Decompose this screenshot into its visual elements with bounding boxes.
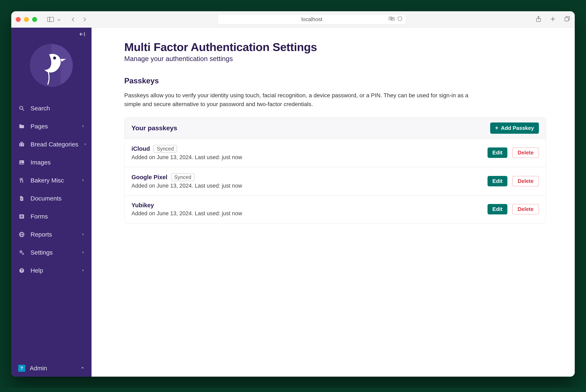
main-content: Multi Factor Authentication Settings Man…	[91, 28, 575, 377]
passkey-row: iCloudSyncedAdded on June 13, 2024. Last…	[124, 139, 546, 167]
list-icon	[18, 213, 25, 220]
user-name: Admin	[30, 365, 76, 372]
gears-icon	[18, 249, 25, 256]
tab-overview-button[interactable]	[564, 16, 570, 23]
nav-forward-button[interactable]	[80, 17, 88, 22]
passkey-row: Google PixelSyncedAdded on June 13, 2024…	[124, 167, 546, 196]
passkey-info: iCloudSyncedAdded on June 13, 2024. Last…	[131, 145, 488, 160]
chevron-up-icon	[80, 366, 84, 371]
add-passkey-label: Add Passkey	[501, 125, 534, 131]
sidebar: SearchPagesBread CategoriesImagesBakery …	[11, 28, 91, 377]
sidebar-item-forms[interactable]: Forms	[11, 208, 91, 226]
minimize-window-button[interactable]	[24, 17, 29, 22]
wagtail-logo-icon	[28, 42, 74, 88]
edit-passkey-button[interactable]: Edit	[488, 148, 507, 158]
maximize-window-button[interactable]	[32, 17, 37, 22]
nav-back-button[interactable]	[69, 17, 78, 22]
passkeys-list: iCloudSyncedAdded on June 13, 2024. Last…	[124, 139, 546, 223]
chevron-left-icon	[72, 18, 76, 22]
passkey-meta: Added on June 13, 2024. Last used: just …	[131, 183, 488, 189]
edit-passkey-button[interactable]: Edit	[488, 176, 507, 186]
chevron-right-icon	[82, 18, 86, 22]
passkeys-card: Your passkeys + Add Passkey iCloudSynced…	[124, 117, 546, 224]
sidebar-item-search[interactable]: Search	[11, 99, 91, 117]
sidebar-item-label: Images	[30, 159, 84, 166]
help-icon	[18, 267, 25, 274]
passkey-actions: EditDelete	[488, 148, 539, 158]
close-window-button[interactable]	[16, 17, 21, 22]
avatar: ?	[18, 365, 25, 372]
suitcase-icon	[18, 141, 25, 148]
chevron-right-icon	[81, 268, 84, 273]
sidebar-menu-button[interactable]	[57, 17, 61, 22]
address-text: localhost	[301, 16, 322, 22]
sidebar-item-pages[interactable]: Pages	[11, 117, 91, 136]
passkey-name: Yubikey	[131, 202, 154, 209]
search-icon	[18, 105, 25, 112]
folder-icon	[18, 123, 25, 130]
passkey-info: Google PixelSyncedAdded on June 13, 2024…	[131, 174, 488, 189]
page-title: Multi Factor Authentication Settings	[124, 40, 546, 54]
chevron-right-icon	[81, 178, 84, 183]
delete-passkey-button[interactable]: Delete	[512, 148, 539, 158]
browser-window: localhost	[11, 11, 575, 377]
passkeys-card-title: Your passkeys	[131, 124, 490, 132]
svg-rect-3	[565, 18, 569, 21]
passkey-meta: Added on June 13, 2024. Last used: just …	[131, 154, 488, 160]
sidebar-item-label: Search	[30, 105, 84, 112]
sidebar-item-label: Bread Categories	[30, 141, 78, 148]
passkey-info: YubikeyAdded on June 13, 2024. Last used…	[131, 202, 488, 217]
window-controls	[16, 17, 37, 22]
synced-tag: Synced	[171, 174, 194, 181]
page-subtitle: Manage your authentication settings	[124, 55, 546, 63]
edit-passkey-button[interactable]: Edit	[488, 204, 507, 214]
chevron-right-icon	[81, 232, 84, 237]
sidebar-collapse-button[interactable]	[79, 31, 86, 37]
sidebar-item-bakery-misc[interactable]: Bakery Misc	[11, 172, 91, 190]
sidebar-item-label: Help	[30, 267, 76, 274]
sidebar-item-label: Reports	[30, 231, 76, 238]
chevron-right-icon	[81, 250, 84, 255]
add-passkey-button[interactable]: + Add Passkey	[490, 122, 539, 134]
document-icon	[18, 195, 25, 202]
sidebar-item-images[interactable]: Images	[11, 154, 91, 172]
passkey-actions: EditDelete	[488, 204, 539, 214]
new-tab-button[interactable]	[550, 16, 556, 23]
sidebar-item-label: Settings	[30, 249, 76, 256]
app: SearchPagesBread CategoriesImagesBakery …	[11, 28, 575, 377]
collapse-icon	[79, 31, 86, 37]
sidebar-nav: SearchPagesBread CategoriesImagesBakery …	[11, 99, 91, 280]
sidebar-item-settings[interactable]: Settings	[11, 244, 91, 262]
sidebar-toggle-button[interactable]	[46, 16, 55, 23]
delete-passkey-button[interactable]: Delete	[512, 204, 539, 214]
passkeys-card-header: Your passkeys + Add Passkey	[124, 118, 546, 139]
translate-icon[interactable]	[389, 16, 395, 23]
delete-passkey-button[interactable]: Delete	[512, 176, 539, 186]
reload-icon[interactable]	[397, 16, 403, 23]
passkey-name: iCloud	[131, 146, 150, 152]
passkey-actions: EditDelete	[488, 176, 539, 186]
user-menu[interactable]: ? Admin	[11, 360, 91, 377]
sidebar-item-bread-categories[interactable]: Bread Categories	[11, 136, 91, 154]
chevron-right-icon	[83, 142, 87, 147]
svg-point-5	[53, 56, 56, 60]
app-logo	[11, 42, 91, 88]
passkey-meta: Added on June 13, 2024. Last used: just …	[131, 210, 488, 217]
chevron-down-icon	[57, 18, 60, 21]
passkey-row: YubikeyAdded on June 13, 2024. Last used…	[124, 196, 546, 223]
image-icon	[18, 159, 25, 166]
sidebar-icon	[47, 17, 54, 22]
sidebar-item-label: Bakery Misc	[30, 177, 76, 184]
sidebar-item-documents[interactable]: Documents	[11, 190, 91, 208]
sidebar-item-help[interactable]: Help	[11, 262, 91, 280]
share-button[interactable]	[536, 16, 542, 23]
synced-tag: Synced	[154, 145, 177, 152]
sidebar-item-reports[interactable]: Reports	[11, 226, 91, 244]
utensils-icon	[18, 177, 25, 184]
sidebar-item-label: Documents	[30, 195, 84, 202]
sidebar-item-label: Pages	[30, 123, 76, 130]
address-bar[interactable]: localhost	[218, 14, 406, 25]
chevron-right-icon	[81, 124, 84, 129]
sidebar-item-label: Forms	[30, 213, 84, 220]
section-desc-passkeys: Passkeys allow you to verify your identi…	[124, 91, 472, 109]
